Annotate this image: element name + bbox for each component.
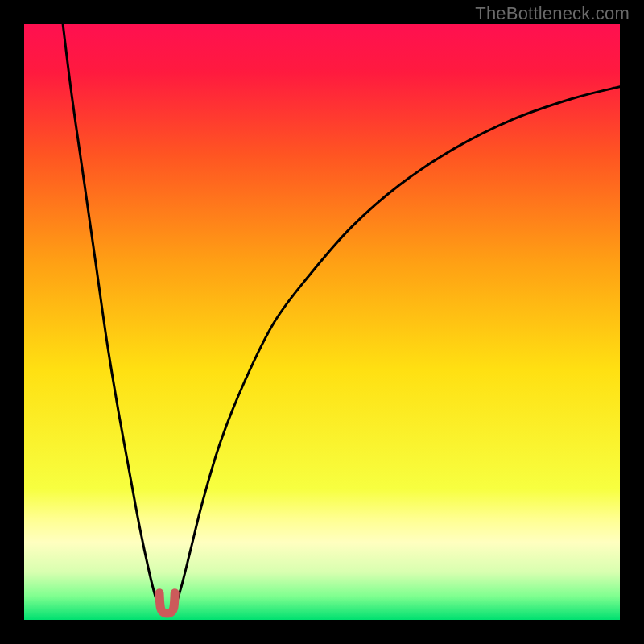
bottleneck-chart	[24, 24, 620, 620]
watermark-text: TheBottleneck.com	[475, 3, 630, 24]
chart-frame: TheBottleneck.com	[0, 0, 644, 644]
plot-area	[24, 24, 620, 620]
